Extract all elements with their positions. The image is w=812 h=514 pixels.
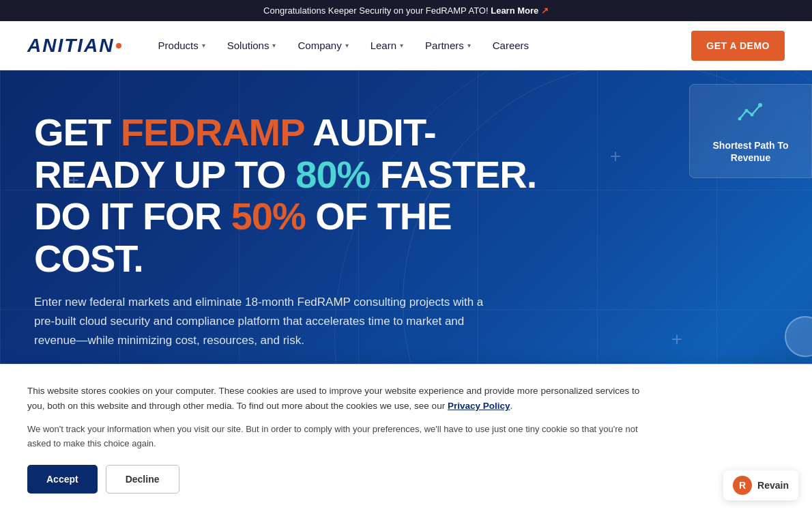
cookie-main-text: This website stores cookies on your comp… — [27, 384, 641, 413]
hero-headline: GET FEDRAMP AUDIT-READY UP TO 80% FASTER… — [34, 111, 546, 279]
banner-link[interactable]: Learn More ↗ — [491, 5, 549, 16]
banner-arrow: ↗ — [541, 5, 549, 16]
cookie-secondary-text: We won't track your information when you… — [27, 423, 641, 451]
nav-products[interactable]: Products ▾ — [149, 34, 215, 57]
chevron-down-icon: ▾ — [202, 42, 205, 49]
chevron-down-icon: ▾ — [467, 42, 471, 49]
headline-faster: FASTER. — [370, 153, 536, 196]
chevron-down-icon: ▾ — [400, 42, 403, 49]
revain-widget[interactable]: R Revain — [723, 470, 798, 500]
revain-icon: R — [733, 476, 752, 495]
svg-point-2 — [745, 109, 749, 113]
nav-learn[interactable]: Learn ▾ — [361, 34, 413, 57]
float-circle-decoration — [785, 316, 812, 357]
chevron-down-icon: ▾ — [345, 42, 349, 49]
cookie-banner: This website stores cookies on your comp… — [0, 364, 812, 507]
nav-links: Products ▾ Solutions ▾ Company ▾ Learn ▾… — [149, 34, 692, 57]
accept-button[interactable]: Accept — [27, 465, 98, 494]
card-path-to-revenue: Shortest Path To Revenue — [689, 84, 812, 178]
chevron-down-icon: ▾ — [272, 42, 276, 49]
revain-label: Revain — [757, 480, 789, 491]
logo[interactable]: ANITIAN — [27, 35, 121, 57]
headline-do: DO IT FOR — [34, 195, 231, 238]
plus-decoration-3: + — [671, 328, 682, 350]
svg-point-0 — [758, 103, 762, 107]
nav-company[interactable]: Company ▾ — [288, 34, 358, 57]
announcement-banner: Congratulations Keeper Security on your … — [0, 0, 812, 21]
plus-decoration-2: + — [610, 145, 621, 167]
logo-text: ANITIAN — [27, 35, 115, 57]
nav-partners[interactable]: Partners ▾ — [416, 34, 480, 57]
headline-percent-50: 50% — [231, 195, 306, 238]
privacy-policy-link[interactable]: Privacy Policy — [448, 401, 510, 411]
svg-point-1 — [751, 113, 754, 117]
get-demo-button[interactable]: GET A DEMO — [691, 31, 785, 61]
navbar: ANITIAN Products ▾ Solutions ▾ Company ▾… — [0, 21, 812, 70]
headline-percent-80: 80% — [295, 153, 370, 196]
headline-fedramp: FEDRAMP — [121, 111, 304, 154]
hero-subtext: Enter new federal markets and eliminate … — [34, 293, 498, 350]
cookie-buttons: Accept Decline — [27, 465, 785, 494]
nav-solutions[interactable]: Solutions ▾ — [218, 34, 286, 57]
chart-line-icon — [737, 98, 764, 131]
hero-content: GET FEDRAMP AUDIT-READY UP TO 80% FASTER… — [34, 111, 546, 375]
decline-button[interactable]: Decline — [106, 465, 179, 494]
card-path-title: Shortest Path To Revenue — [704, 139, 798, 164]
logo-dot — [116, 43, 121, 48]
banner-text: Congratulations Keeper Security on your … — [263, 5, 489, 16]
svg-point-3 — [738, 117, 742, 121]
headline-get: GET — [34, 111, 121, 154]
nav-careers[interactable]: Careers — [483, 34, 538, 57]
